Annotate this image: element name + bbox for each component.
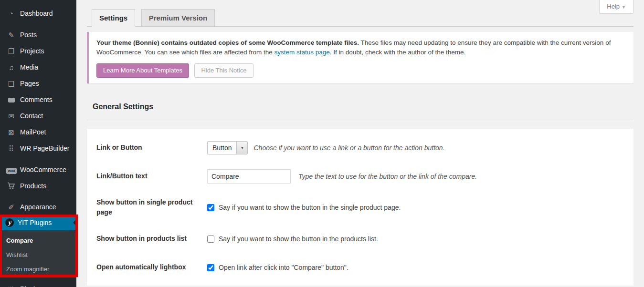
show-button-products-list-checkbox[interactable]	[207, 236, 214, 243]
sidebar-item-posts[interactable]: ✎ Posts	[0, 27, 76, 43]
form-row-link-or-button: Link or Button Button ▾ Choose if you wa…	[96, 133, 624, 162]
sidebar-item-woocommerce[interactable]: Woo WooCommerce	[0, 162, 76, 178]
sidebar-item-label: Projects	[20, 47, 44, 55]
sidebar-item-label: MailPoet	[20, 128, 46, 136]
submenu-item-compare[interactable]: Compare	[0, 233, 76, 247]
sidebar-item-wr-pagebuilder[interactable]: ⠿ WR PageBuilder	[0, 140, 76, 156]
media-icon: ♫	[6, 64, 16, 71]
sidebar-item-comments[interactable]: Comments	[0, 92, 76, 108]
form-row-link-button-text: Link/Button text Type the text to use fo…	[96, 162, 624, 191]
settings-form-panel: Link or Button Button ▾ Choose if you wa…	[87, 129, 633, 286]
wordpress-admin-page: ◔ Dashboard ✎ Posts ❐ Projects ♫ Media ❑…	[0, 0, 644, 287]
sidebar-item-label: Contact	[20, 112, 43, 120]
field-label: Link/Button text	[96, 171, 207, 182]
help-label: Help	[607, 3, 620, 10]
comments-icon	[6, 96, 16, 103]
posts-icon: ✎	[6, 31, 16, 39]
admin-sidebar: ◔ Dashboard ✎ Posts ❐ Projects ♫ Media ❑…	[0, 0, 76, 287]
notice-buttons: Learn More About Templates Hide This Not…	[96, 63, 626, 78]
menu-separator	[0, 156, 76, 162]
menu-separator	[0, 21, 76, 27]
sidebar-item-label: WR PageBuilder	[20, 144, 70, 152]
field-label: Show button in products list	[96, 234, 207, 244]
sidebar-item-media[interactable]: ♫ Media	[0, 59, 76, 75]
link-button-text-input[interactable]	[207, 169, 291, 184]
envelope-x-icon: ⊠	[6, 129, 16, 136]
notice-message: Your theme (Bonnie) contains outdated co…	[96, 38, 626, 58]
sidebar-item-label: Media	[20, 63, 38, 71]
envelope-icon: ✉	[6, 113, 16, 120]
field-description: Say if you want to show the button in th…	[219, 235, 378, 243]
learn-more-about-templates-button[interactable]: Learn More About Templates	[96, 63, 189, 78]
sidebar-item-label: YIT Plugins	[18, 219, 52, 226]
sidebar-item-plugins[interactable]: ⚒ Plugins	[0, 281, 76, 287]
sidebar-item-label: Posts	[20, 31, 37, 39]
menu-separator	[0, 194, 76, 199]
form-row-show-button-products-list: Show button in products list Say if you …	[96, 225, 624, 253]
sidebar-item-contact[interactable]: ✉ Contact	[0, 108, 76, 124]
field-description: Say if you want to show the button in th…	[219, 204, 401, 211]
sidebar-item-label: Pages	[20, 80, 39, 87]
open-automatically-lightbox-checkbox[interactable]	[207, 264, 214, 271]
sidebar-item-label: WooCommerce	[20, 166, 66, 174]
yit-plugins-submenu: Compare Wishlist Zoom magnifier	[0, 230, 76, 278]
sidebar-item-appearance[interactable]: ✐ Appearance	[0, 199, 76, 215]
field-description: Type the text to use for the button or t…	[298, 173, 477, 180]
cart-icon	[6, 182, 16, 190]
submenu-item-zoom-magnifier[interactable]: Zoom magnifier	[0, 262, 76, 276]
chevron-down-icon: ▼	[622, 5, 626, 10]
main-content: Help▼ Settings Premium Version Your them…	[76, 0, 644, 287]
submenu-item-wishlist[interactable]: Wishlist	[0, 247, 76, 262]
woocommerce-template-notice: Your theme (Bonnie) contains outdated co…	[87, 32, 633, 83]
select-chevron-down-icon: ▾	[236, 142, 247, 154]
field-label: Link or Button	[96, 143, 207, 153]
sidebar-item-label: Plugins	[20, 285, 42, 287]
system-status-page-link[interactable]: system status page	[274, 49, 329, 56]
sidebar-item-label: Dashboard	[20, 10, 53, 17]
show-button-single-product-checkbox[interactable]	[207, 204, 214, 211]
tab-settings[interactable]: Settings	[92, 9, 135, 27]
form-row-show-button-single-product: Show button in single product page Say i…	[96, 191, 624, 225]
form-row-open-automatically-lightbox: Open automatically lightbox Open link af…	[96, 253, 624, 282]
sidebar-item-label: Products	[20, 182, 46, 190]
field-label: Show button in single product page	[96, 197, 207, 218]
page-title: General Settings	[87, 102, 633, 120]
notice-bold-text: Your theme (Bonnie) contains outdated co…	[96, 39, 359, 46]
sidebar-item-pages[interactable]: ❑ Pages	[0, 75, 76, 92]
active-menu-arrow-icon	[73, 219, 76, 226]
hide-this-notice-button[interactable]: Hide This Notice	[194, 63, 253, 78]
select-value: Button	[208, 142, 236, 154]
sidebar-item-products[interactable]: Products	[0, 178, 76, 194]
brush-icon: ✐	[6, 204, 16, 211]
sidebar-item-mailpoet[interactable]: ⊠ MailPoet	[0, 124, 76, 140]
plugins-icon: ⚒	[6, 286, 16, 287]
tab-premium-version[interactable]: Premium Version	[141, 9, 215, 27]
field-description: Open link after click into "Compare" but…	[219, 264, 348, 271]
help-button[interactable]: Help▼	[599, 0, 633, 14]
notice-text: . If in doubt, check with the author of …	[330, 49, 465, 56]
dashboard-icon: ◔	[6, 10, 16, 17]
woocommerce-icon: Woo	[6, 166, 16, 174]
tab-bar: Settings Premium Version	[87, 0, 633, 27]
pages-icon: ❑	[6, 80, 16, 87]
blocks-icon: ⠿	[6, 145, 16, 152]
sidebar-item-yit-plugins[interactable]: y YIT Plugins	[0, 215, 76, 230]
yit-plugins-icon: y	[5, 218, 14, 227]
sidebar-item-label: Comments	[20, 96, 53, 103]
field-label: Open automatically lightbox	[96, 262, 207, 273]
link-or-button-select[interactable]: Button ▾	[207, 141, 248, 154]
field-description: Choose if you want to use a link or a bu…	[253, 144, 444, 152]
sidebar-item-projects[interactable]: ❐ Projects	[0, 43, 76, 59]
folder-icon: ❐	[6, 48, 16, 55]
sidebar-item-dashboard[interactable]: ◔ Dashboard	[0, 5, 76, 21]
sidebar-item-label: Appearance	[20, 203, 56, 211]
